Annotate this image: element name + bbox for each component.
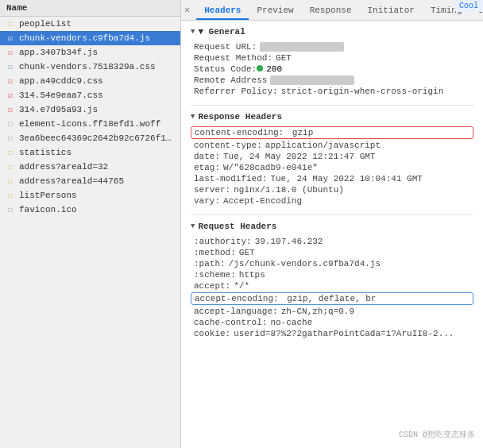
row-key: Request URL: xyxy=(194,42,257,52)
row-key: Request Method: xyxy=(194,53,272,63)
file-label: address?areald=44765 xyxy=(19,176,124,186)
right-panel: ✕ HeadersPreviewResponseInitiatorTimingC… xyxy=(181,0,483,448)
file-label: chunk-vendors.7518329a.css xyxy=(19,62,156,71)
file-icon-file: ☐ xyxy=(5,133,16,144)
row-key: content-encoding: xyxy=(195,128,284,137)
file-label: app.a49cddc9.css xyxy=(19,76,103,86)
file-icon-js: ☑ xyxy=(5,33,16,44)
file-icon-folder: ☐ xyxy=(5,161,16,172)
row-value: gzip xyxy=(292,128,313,137)
row-value: 39.107.46.232 xyxy=(255,237,323,246)
header-row: :method: GET xyxy=(191,247,473,258)
file-item-element-icons[interactable]: ☐element-icons.ff18efd1.woff xyxy=(0,117,180,131)
general-section-header: ▼ ▼ General xyxy=(191,27,473,37)
header-row: accept: */* xyxy=(191,280,473,292)
tab-headers[interactable]: Headers xyxy=(196,2,249,20)
general-rows: Request URL: ████████████████Request Met… xyxy=(191,41,473,97)
file-label: element-icons.ff18efd1.woff xyxy=(19,119,160,129)
file-label: address?areald=32 xyxy=(19,162,108,172)
file-item-chunk-vendors-css[interactable]: ☑chunk-vendors.7518329a.css xyxy=(0,60,180,74)
tab-close-icon[interactable]: ✕ xyxy=(184,4,190,16)
row-key: last-modified: xyxy=(194,174,267,183)
response-headers-title: ▼ Response Headers xyxy=(191,112,473,122)
file-icon-folder: ☐ xyxy=(5,147,16,158)
header-row: :scheme: https xyxy=(191,269,473,280)
tabs-container: HeadersPreviewResponseInitiatorTimingCoo… xyxy=(196,6,483,15)
file-icon-css: ☑ xyxy=(5,90,16,101)
header-row: server: nginx/1.18.0 (Ubuntu) xyxy=(191,184,473,195)
file-icon-ico: ☐ xyxy=(5,204,16,215)
file-item-peopleList[interactable]: ☐peopleList xyxy=(0,17,180,31)
row-key: accept: xyxy=(194,281,230,291)
row-value: ████████████████ xyxy=(260,42,344,52)
row-key: date: xyxy=(194,152,220,161)
triangle-icon-3: ▼ xyxy=(191,222,195,230)
tab-response[interactable]: Response xyxy=(302,2,360,20)
row-key: cache-control: xyxy=(194,318,267,327)
row-value: W/"628cadb9-e041e" xyxy=(223,163,318,172)
file-item-listPersons[interactable]: ☐listPersons xyxy=(0,188,180,203)
file-icon-js: ☑ xyxy=(5,104,16,115)
row-key: Referrer Policy: xyxy=(194,87,278,96)
row-key: accept-encoding: xyxy=(195,294,279,303)
row-value: Accept-Encoding xyxy=(223,196,302,206)
file-item-chunk-vendors-js[interactable]: ☑chunk-vendors.c9fba7d4.js xyxy=(0,31,180,45)
row-value: ████████████████ xyxy=(270,75,354,85)
file-list: ☐peopleList☑chunk-vendors.c9fba7d4.js☑ap… xyxy=(0,17,180,217)
row-value: nginx/1.18.0 (Ubuntu) xyxy=(234,185,344,195)
file-item-statistics[interactable]: ☐statistics xyxy=(0,145,180,160)
left-panel: Name ☐peopleList☑chunk-vendors.c9fba7d4.… xyxy=(0,0,181,448)
file-label: app.3407b34f.js xyxy=(19,48,98,57)
header-row: Remote Address ████████████████ xyxy=(191,75,473,86)
file-item-314-2[interactable]: ☑314.e7d95a93.js xyxy=(0,102,180,117)
file-item-app-css[interactable]: ☑app.a49cddc9.css xyxy=(0,74,180,88)
file-label: favicon.ico xyxy=(19,205,77,214)
file-icon-folder: ☐ xyxy=(5,190,16,201)
file-item-address44765[interactable]: ☐address?areald=44765 xyxy=(0,174,180,188)
row-value: strict-origin-when-cross-origin xyxy=(281,87,444,96)
file-label: peopleList xyxy=(19,19,71,29)
file-icon-folder: ☐ xyxy=(5,18,16,29)
row-value: userid=8?%2?2gatharPointCada=1?AruII8-2.… xyxy=(234,329,454,338)
header-row: date: Tue, 24 May 2022 12:21:47 GMT xyxy=(191,151,473,162)
header-row: content-encoding: gzip xyxy=(191,126,473,139)
row-value: GET xyxy=(239,248,255,257)
request-header-rows: :authority: 39.107.46.232:method: GET:pa… xyxy=(191,236,473,339)
row-key: Status Code: xyxy=(194,64,257,74)
row-value: Tue, 24 May 2022 12:21:47 GMT xyxy=(223,152,375,161)
header-row: cache-control: no-cache xyxy=(191,317,473,328)
response-header-rows: content-encoding: gzipcontent-type: appl… xyxy=(191,126,473,207)
row-key: :path: xyxy=(194,259,226,268)
header-row: content-type: application/javascript xyxy=(191,140,473,151)
header-row: accept-language: zh-CN,zh;q=0.9 xyxy=(191,306,473,317)
file-item-app-js[interactable]: ☑app.3407b34f.js xyxy=(0,45,180,60)
file-label: chunk-vendors.c9fba7d4.js xyxy=(19,33,150,43)
row-key: :scheme: xyxy=(194,270,236,280)
file-icon-woff: ☐ xyxy=(5,118,16,129)
tabs-bar: ✕ HeadersPreviewResponseInitiatorTimingC… xyxy=(181,0,483,21)
file-item-3ea6beec[interactable]: ☐3ea6beec64369c2642b92c6726f1... xyxy=(0,131,180,145)
file-icon-css: ☑ xyxy=(5,75,16,87)
header-row: vary: Accept-Encoding xyxy=(191,195,473,207)
row-value: application/javascript xyxy=(265,141,381,150)
tab-preview[interactable]: Preview xyxy=(249,2,301,20)
tab-initiator[interactable]: Initiator xyxy=(359,2,422,20)
file-item-314-1[interactable]: ☑314.54e9eaa7.css xyxy=(0,88,180,102)
row-value: https xyxy=(239,270,265,280)
left-panel-header: Name xyxy=(0,0,180,17)
header-row: last-modified: Tue, 24 May 2022 10:04:41… xyxy=(191,173,473,184)
file-icon-js: ☑ xyxy=(5,47,16,58)
file-item-favicon[interactable]: ☐favicon.ico xyxy=(0,203,180,217)
row-key: :authority: xyxy=(194,237,252,246)
status-dot xyxy=(257,65,263,71)
file-label: 3ea6beec64369c2642b92c6726f1... xyxy=(19,133,176,143)
row-value: 200 xyxy=(257,64,282,74)
file-item-address32[interactable]: ☐address?areald=32 xyxy=(0,160,180,174)
row-value: */* xyxy=(234,281,249,291)
file-label: statistics xyxy=(19,148,71,157)
response-headers-section: ▼ Response Headers content-encoding: gzi… xyxy=(191,112,473,207)
row-key: :method: xyxy=(194,248,236,257)
header-row: etag: W/"628cadb9-e041e" xyxy=(191,162,473,173)
header-row: Request Method: GET xyxy=(191,52,473,64)
row-key: server: xyxy=(194,185,230,195)
